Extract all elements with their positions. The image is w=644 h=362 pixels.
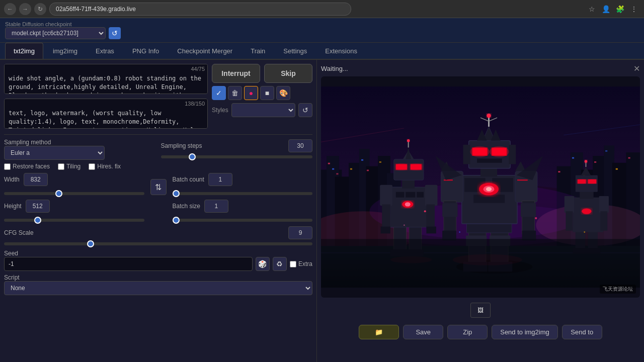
forward-button[interactable]: → [19,3,31,15]
svg-rect-47 [380,185,392,206]
positive-counter: 44/75 [191,66,205,72]
model-select[interactable]: model.ckpt [cc6cb27103] [5,27,106,39]
styles-refresh-icon: ↺ [302,106,308,114]
seed-recycle-button[interactable]: ♻ [273,257,287,271]
hires-fix-input[interactable] [89,163,95,170]
tab-img2img[interactable]: img2img [44,43,86,59]
cfg-header: CFG Scale 9 [4,226,312,239]
height-slider[interactable] [4,219,144,222]
folder-button[interactable]: 📁 [359,325,399,339]
svg-rect-29 [605,150,607,152]
svg-rect-87 [521,203,536,217]
width-row: Width 832 [4,173,144,186]
svg-rect-43 [406,192,415,198]
url-bar[interactable]: 02a56ff4-71ff-439e.gradio.live [49,3,351,16]
tab-extensions[interactable]: Extensions [316,43,366,59]
tiling-input[interactable] [58,163,64,170]
svg-point-60 [407,139,410,142]
svg-rect-42 [396,192,405,198]
height-value: 512 [26,200,50,213]
svg-rect-31 [628,157,630,159]
send-img2img-button[interactable]: Send to img2img [492,325,558,339]
skip-button[interactable]: Skip [264,64,312,83]
image-actions: 📁 Save Zip Send to img2img Send to [321,323,640,341]
cfg-slider[interactable] [4,242,312,245]
extra-checkbox[interactable]: Extra [290,260,312,267]
svg-rect-116 [565,196,574,213]
svg-rect-26 [572,157,574,159]
check-icon-button[interactable]: ✓ [212,86,226,100]
tab-txt2img[interactable]: txt2img [5,43,43,59]
svg-point-128 [459,231,460,233]
script-select[interactable]: None [4,281,312,295]
negative-prompt-input[interactable]: text, logo, watermark, (worst quality, l… [4,99,208,129]
square-icon-button[interactable]: ■ [260,86,274,100]
sampling-method-select[interactable]: Euler a [4,146,105,160]
svg-rect-88 [442,231,456,240]
styles-refresh-button[interactable]: ↺ [298,103,312,117]
batch-size-slider[interactable] [173,219,313,222]
extra-input[interactable] [290,261,296,267]
positive-prompt-area: 44/75 wide shot angle, a (gundam:0.8) ro… [4,64,208,96]
svg-rect-86 [442,203,457,217]
more-icon[interactable]: ⋮ [628,3,640,15]
restore-faces-checkbox[interactable]: Restore faces [4,163,50,170]
refresh-button[interactable]: ↻ [34,3,46,15]
square-icon: ■ [265,89,269,97]
send-inpaint-button[interactable]: Send to [562,325,602,339]
extra-label: Extra [298,260,312,267]
tab-train[interactable]: Train [242,43,274,59]
extensions-icon[interactable]: 🧩 [614,3,626,15]
height-label: Height [4,203,22,210]
restore-faces-label: Restore faces [13,163,50,170]
zip-button[interactable]: Zip [447,325,488,339]
svg-point-99 [490,146,509,157]
save-button[interactable]: Save [403,325,443,339]
interrupt-button[interactable]: Interrupt [212,64,260,83]
svg-point-126 [585,160,588,163]
back-button[interactable]: ← [4,3,16,15]
seed-input[interactable] [4,257,253,271]
check-icon: ✓ [216,89,222,97]
tab-settings[interactable]: Settings [275,43,315,59]
close-preview-button[interactable]: ✕ [633,64,640,73]
color-icon-button[interactable]: 🎨 [276,86,290,100]
seed-label: Seed [4,250,312,257]
batch-count-value: 1 [208,173,232,186]
thumbnail-item[interactable]: 🖼 [470,303,491,318]
model-refresh-button[interactable]: ↺ [109,27,121,39]
tiling-checkbox[interactable]: Tiling [58,163,80,170]
bookmark-icon[interactable]: ☆ [586,3,598,15]
width-slider[interactable] [4,192,144,195]
cfg-label: CFG Scale [4,229,34,236]
tiling-label: Tiling [66,163,80,170]
tab-extras[interactable]: Extras [87,43,123,59]
profile-icon[interactable]: 👤 [600,3,612,15]
positive-prompt-input[interactable]: wide shot angle, a (gundam:0.8) robot st… [4,64,208,94]
svg-point-46 [405,202,411,206]
orange-circle-button[interactable]: ● [244,86,258,100]
sampling-steps-value: 30 [288,139,312,152]
zip-label: Zip [463,328,472,336]
svg-point-131 [404,224,405,226]
status-text: Waiting... [321,65,348,72]
tab-checkpoint-merger[interactable]: Checkpoint Merger [169,43,241,59]
trash-icon-button[interactable]: 🗑 [228,86,242,100]
svg-rect-51 [381,227,390,234]
steps-header: Sampling steps 30 [161,139,313,152]
top-section: 44/75 wide shot angle, a (gundam:0.8) ro… [4,64,312,130]
svg-rect-52 [426,227,436,234]
tab-png-info[interactable]: PNG Info [124,43,168,59]
dice-icon: 🎲 [258,260,267,268]
sampling-steps-slider[interactable] [161,155,313,158]
width-value: 832 [24,173,48,186]
close-icon: ✕ [633,64,640,73]
hires-fix-checkbox[interactable]: Hires. fix [89,163,121,170]
restore-faces-input[interactable] [4,163,11,170]
styles-select[interactable] [231,103,295,117]
swap-dimensions-button[interactable]: ⇅ [150,179,167,195]
batch-count-slider[interactable] [173,192,313,195]
browser-icons: ☆ 👤 🧩 ⋮ [586,3,640,15]
svg-rect-56 [411,164,422,170]
seed-dice-button[interactable]: 🎲 [256,257,270,271]
